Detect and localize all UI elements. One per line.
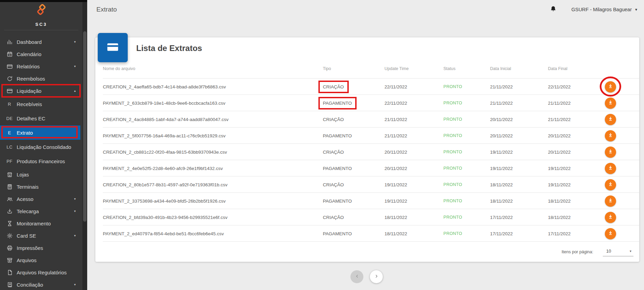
data-final-cell: 22/11/2022 bbox=[548, 84, 599, 89]
sidebar-item-dashboard[interactable]: Dashboard ▼ bbox=[0, 36, 82, 48]
download-button[interactable] bbox=[605, 130, 616, 141]
tipo-cell: CRIAÇÃO bbox=[323, 150, 384, 155]
data-inicial-cell: 20/11/2022 bbox=[490, 117, 548, 122]
update-time-cell: 19/11/2022 bbox=[384, 182, 443, 187]
receipt-icon bbox=[5, 281, 14, 288]
download-button[interactable] bbox=[605, 163, 616, 174]
download-cell bbox=[599, 95, 639, 111]
sidebar-item-label: Arquivos bbox=[17, 257, 36, 263]
next-page-button[interactable] bbox=[370, 270, 383, 283]
sidebar-item-monitoramento[interactable]: Monitoramento bbox=[0, 217, 82, 229]
download-button[interactable] bbox=[605, 212, 616, 223]
download-button[interactable] bbox=[605, 147, 616, 158]
refresh-icon bbox=[5, 75, 14, 82]
download-button[interactable] bbox=[605, 195, 616, 207]
tipo-cell: CRIAÇÃO bbox=[323, 117, 384, 122]
store-icon bbox=[5, 171, 14, 178]
page-navigation bbox=[350, 270, 383, 283]
sidebar-item-impress-es[interactable]: Impressões bbox=[0, 242, 82, 254]
sidebar-item-label: Card SE bbox=[17, 233, 36, 239]
update-time-cell: 21/11/2022 bbox=[384, 133, 443, 138]
file-name-cell: CREATION_2_cb881c22-0f20-4faa-9815-63bb9… bbox=[103, 150, 323, 155]
tipo-value: PAGAMENTO bbox=[323, 133, 352, 138]
sidebar-item-arquivos-regulat-rios[interactable]: Arquivos Regulatórios bbox=[0, 266, 82, 278]
sidebar-item-label: Monitoramento bbox=[17, 221, 51, 226]
tipo-cell: CRIAÇÃO bbox=[323, 182, 384, 187]
sidebar: SC3 Dashboard ▼ 31 Calendário Relatórios… bbox=[0, 0, 82, 290]
items-per-page-label: Itens por página: bbox=[562, 250, 593, 254]
chevron-down-icon: ▼ bbox=[74, 210, 76, 213]
sidebar-item-liquida-o[interactable]: Liquidação ▲ bbox=[0, 85, 82, 97]
sidebar-item-detalhes-ec[interactable]: DE Detalhes EC bbox=[0, 111, 82, 125]
sidebar-item-label: Extrato bbox=[17, 130, 33, 136]
sidebar-item-reembolsos[interactable]: Reembolsos bbox=[0, 72, 82, 85]
sidebar-scrollbar[interactable] bbox=[82, 0, 87, 290]
items-per-page-select[interactable]: 10 ▾ bbox=[603, 247, 633, 256]
chevron-down-icon: ▼ bbox=[74, 234, 76, 237]
tipo-value: PAGAMENTO bbox=[323, 166, 352, 171]
download-icon bbox=[608, 83, 613, 90]
download-cell bbox=[599, 127, 639, 144]
sidebar-item-produtos-financeiros[interactable]: PF Produtos Financeiros bbox=[0, 154, 82, 168]
sidebar-item-extrato[interactable]: E Extrato bbox=[0, 125, 80, 140]
archive-icon bbox=[5, 256, 14, 264]
sidebar-item-calend-rio[interactable]: 31 Calendário bbox=[0, 48, 82, 60]
letter-badge: E bbox=[5, 129, 14, 136]
window-top-edge bbox=[0, 0, 87, 2]
sidebar-item-label: Arquivos Regulatórios bbox=[17, 270, 67, 275]
card-title: Lista de Extratos bbox=[136, 37, 202, 59]
logo: SC3 bbox=[0, 0, 82, 27]
tipo-cell: CRIAÇÃO bbox=[323, 215, 384, 220]
extract-list-card: Lista de Extratos Nome do arquivo Tipo U… bbox=[95, 37, 639, 262]
data-final-cell: 21/11/2022 bbox=[548, 101, 599, 106]
chevron-right-icon bbox=[374, 274, 379, 280]
sidebar-item-terminais[interactable]: Terminais bbox=[0, 181, 82, 193]
notifications-button[interactable] bbox=[550, 5, 556, 13]
sidebar-item-receb-veis[interactable]: R Recebíveis bbox=[0, 97, 82, 111]
sidebar-item-concilia-o[interactable]: Conciliação ▼ bbox=[0, 278, 82, 290]
sidebar-item-label: Terminais bbox=[17, 184, 38, 190]
data-final-cell: 20/11/2022 bbox=[548, 133, 599, 138]
sidebar-item-relat-rios[interactable]: Relatórios ▼ bbox=[0, 60, 82, 72]
status-cell: PRONTO bbox=[443, 101, 490, 105]
download-icon bbox=[608, 214, 613, 221]
chevron-down-icon: ▼ bbox=[74, 283, 76, 286]
sidebar-item-liquida-o-consolidado[interactable]: LC Liquidação Consolidado bbox=[0, 140, 82, 154]
sidebar-item-lojas[interactable]: Lojas bbox=[0, 168, 82, 181]
data-inicial-cell: 20/11/2022 bbox=[490, 133, 548, 138]
table-row: CREATION_2_cb881c22-0f20-4faa-9815-63bb9… bbox=[103, 144, 639, 160]
download-button[interactable] bbox=[605, 228, 616, 239]
chevron-down-icon: ▼ bbox=[74, 40, 76, 44]
extracts-table: Nome do arquivo Tipo Update Time Status … bbox=[103, 59, 639, 242]
download-button[interactable] bbox=[605, 98, 616, 109]
sidebar-item-acesso[interactable]: Acesso ▼ bbox=[0, 193, 82, 205]
file-name-cell: CREATION_2_bfd39a30-491b-4b23-9456-b2993… bbox=[103, 215, 323, 220]
download-button[interactable] bbox=[605, 81, 616, 92]
download-button[interactable] bbox=[605, 179, 616, 190]
logo-text: SC3 bbox=[35, 22, 47, 27]
scrollbar-thumb[interactable] bbox=[83, 31, 87, 222]
sidebar-item-card-se[interactable]: Card SE ▼ bbox=[0, 229, 82, 242]
bar-chart-icon bbox=[5, 38, 14, 46]
download-tray-icon bbox=[5, 207, 14, 215]
table-row: PAYMENT_2_33753698-a434-4e09-bfd5-26b2bb… bbox=[103, 193, 639, 209]
update-time-cell: 19/11/2022 bbox=[384, 199, 443, 204]
download-cell bbox=[599, 79, 639, 95]
update-time-cell: 22/11/2022 bbox=[384, 84, 443, 89]
file-name-cell: PAYMENT_2_5f007756-16a4-469a-ac11-c76c9c… bbox=[103, 133, 323, 138]
previous-page-button[interactable] bbox=[350, 270, 363, 283]
download-cell bbox=[599, 225, 639, 242]
sidebar-item-label: Reembolsos bbox=[17, 76, 45, 82]
logo-icon bbox=[35, 4, 47, 21]
download-button[interactable] bbox=[605, 114, 616, 125]
data-inicial-cell: 19/11/2022 bbox=[490, 150, 548, 155]
sidebar-item-arquivos[interactable]: Arquivos bbox=[0, 254, 82, 266]
download-cell bbox=[599, 209, 639, 225]
sidebar-item-telecarga[interactable]: Telecarga ▼ bbox=[0, 205, 82, 217]
download-cell bbox=[599, 193, 639, 209]
letter-badge: DE bbox=[5, 115, 14, 122]
tipo-value-red-annotation-box: PAGAMENTO bbox=[318, 97, 357, 109]
table-row: CREATION_2_4ac84885-1abf-4da7-a744-aadd8… bbox=[103, 111, 639, 127]
user-menu[interactable]: GSURF - Milagros Baguear ▾ bbox=[571, 7, 637, 12]
data-final-cell: 18/11/2022 bbox=[548, 215, 599, 220]
